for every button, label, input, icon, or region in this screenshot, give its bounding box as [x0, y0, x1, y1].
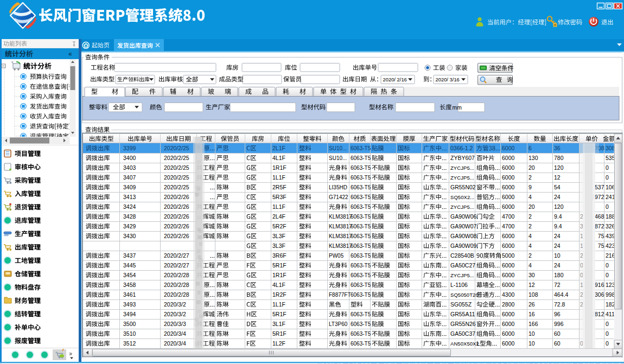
svg-text:3413: 3413 — [123, 194, 136, 200]
svg-text:72.8: 72.8 — [554, 301, 565, 308]
svg-text:106: 106 — [606, 184, 615, 190]
svg-text:4300: 4300 — [502, 291, 515, 298]
svg-text:6000: 6000 — [502, 321, 515, 327]
svg-text:2020/2/25: 2020/2/25 — [164, 155, 189, 161]
svg-text:872: 872 — [595, 223, 604, 229]
svg-text:9.4: 9.4 — [554, 213, 562, 220]
svg-text:6063-T5: 6063-T5 — [351, 214, 371, 220]
svg-text:KLM3817: KLM3817 — [329, 223, 352, 229]
svg-text:6063-T5: 6063-T5 — [351, 311, 371, 317]
svg-text:G71422: G71422 — [329, 194, 348, 200]
svg-text:3L3F: 3L3F — [272, 242, 285, 249]
svg-text:6000: 6000 — [502, 272, 515, 278]
svg-text:mm: mm — [453, 104, 462, 111]
svg-text:SQ5050T20: SQ5050T20 — [450, 292, 479, 298]
svg-text:3424: 3424 — [123, 203, 136, 210]
svg-text:3409: 3409 — [123, 184, 136, 190]
svg-text:2020/2/25: 2020/2/25 — [164, 164, 189, 171]
svg-text:6063-T5: 6063-T5 — [351, 145, 371, 151]
svg-text:3494: 3494 — [123, 311, 136, 317]
svg-text:ZYBY607: ZYBY607 — [450, 155, 475, 161]
svg-text:6000: 6000 — [502, 155, 515, 161]
svg-text:2020/2/26: 2020/2/26 — [164, 233, 189, 239]
svg-text:4: 4 — [529, 194, 532, 200]
svg-text:6063-T5: 6063-T5 — [351, 233, 371, 239]
svg-text:3428: 3428 — [123, 213, 136, 220]
svg-text:KLM3817: KLM3817 — [329, 233, 352, 239]
svg-text:LI35HD: LI35HD — [329, 184, 347, 190]
svg-text:2800: 2800 — [502, 301, 515, 308]
svg-text:20: 20 — [529, 164, 535, 171]
svg-text:6063-T5: 6063-T5 — [351, 184, 371, 190]
svg-text:ZYCJP5...: ZYCJP5... — [450, 204, 474, 210]
svg-text:24: 24 — [554, 233, 561, 239]
svg-text:24: 24 — [554, 242, 561, 249]
svg-text:6: 6 — [529, 145, 532, 151]
svg-text:6063-T5: 6063-T5 — [351, 331, 371, 337]
svg-text:2020/ 2/16: 2020/ 2/16 — [383, 76, 407, 82]
svg-text:4: 4 — [529, 233, 532, 239]
svg-text:3430: 3430 — [123, 233, 136, 239]
svg-text:2020/3/2: 2020/3/2 — [164, 311, 186, 317]
svg-text:75: 75 — [598, 233, 604, 239]
svg-text:GA50C27: GA50C27 — [450, 262, 475, 269]
svg-text:2020/2/27: 2020/2/27 — [164, 252, 189, 259]
svg-text:780: 780 — [554, 155, 564, 161]
svg-text:F8877FT: F8877FT — [329, 292, 351, 298]
svg-text:0: 0 — [606, 262, 609, 269]
svg-text:6000: 6000 — [502, 311, 515, 317]
svg-text:4: 4 — [529, 242, 532, 249]
svg-text:10: 10 — [529, 340, 535, 347]
svg-text:AN50X50X2: AN50X50X2 — [450, 341, 479, 347]
svg-text:LT3P60: LT3P60 — [329, 321, 348, 327]
svg-text:6000: 6000 — [502, 174, 515, 181]
svg-text:5R3F: 5R3F — [272, 194, 286, 200]
svg-text:6063-T5: 6063-T5 — [351, 155, 371, 161]
svg-text:6000: 6000 — [502, 282, 515, 288]
svg-text:2020/2/26: 2020/2/26 — [164, 194, 189, 200]
svg-text:3512: 3512 — [123, 340, 136, 347]
svg-text:3399: 3399 — [123, 145, 136, 151]
svg-text:6000: 6000 — [502, 330, 515, 337]
svg-text:3500: 3500 — [123, 321, 136, 327]
svg-text:2020/2/26: 2020/2/26 — [164, 203, 189, 210]
svg-text:6000: 6000 — [502, 203, 515, 210]
svg-text:GR55N02: GR55N02 — [450, 184, 476, 190]
svg-text:ZYCJP5...: ZYCJP5... — [450, 272, 474, 278]
svg-text:30: 30 — [529, 272, 535, 278]
svg-text:9.4: 9.4 — [554, 223, 562, 229]
svg-text:2: 2 — [529, 174, 532, 181]
svg-text:130: 130 — [529, 155, 538, 161]
svg-text:2020/3/4: 2020/3/4 — [164, 330, 186, 337]
svg-text:120: 120 — [554, 203, 564, 210]
svg-text:439: 439 — [606, 233, 615, 239]
svg-text:411: 411 — [606, 311, 615, 317]
svg-text:2: 2 — [529, 213, 532, 220]
svg-text:188: 188 — [606, 213, 615, 220]
svg-text:10: 10 — [529, 330, 535, 337]
svg-text:5R1F: 5R1F — [272, 262, 286, 269]
svg-text:0: 0 — [606, 330, 609, 337]
svg-text:1R2F: 1R2F — [272, 291, 286, 298]
svg-text:6000: 6000 — [502, 145, 515, 151]
svg-text:3458: 3458 — [123, 282, 136, 288]
svg-text:0: 0 — [606, 203, 609, 210]
svg-text:3429: 3429 — [123, 223, 136, 229]
svg-text:6063-T5: 6063-T5 — [351, 272, 371, 278]
svg-text:2020/2/28: 2020/2/28 — [164, 282, 189, 288]
svg-text:2020/3/3: 2020/3/3 — [164, 321, 186, 327]
svg-text:60: 60 — [554, 330, 561, 337]
svg-text:6000: 6000 — [502, 194, 515, 200]
svg-text:537: 537 — [595, 184, 604, 190]
svg-text:2R5F: 2R5F — [272, 184, 286, 190]
svg-text:423: 423 — [606, 242, 615, 249]
svg-text:1L1F: 1L1F — [272, 301, 285, 308]
svg-text:2020/2/28: 2020/2/28 — [164, 291, 189, 298]
svg-text:4700: 4700 — [502, 213, 515, 220]
svg-text:998: 998 — [606, 291, 615, 298]
svg-text:GA90W09.: GA90W09. — [450, 242, 478, 249]
svg-text:KLM3817: KLM3817 — [329, 214, 352, 220]
svg-text:0: 0 — [606, 321, 609, 327]
svg-text:2L4F: 2L4F — [272, 213, 285, 220]
svg-text:180: 180 — [554, 272, 564, 278]
